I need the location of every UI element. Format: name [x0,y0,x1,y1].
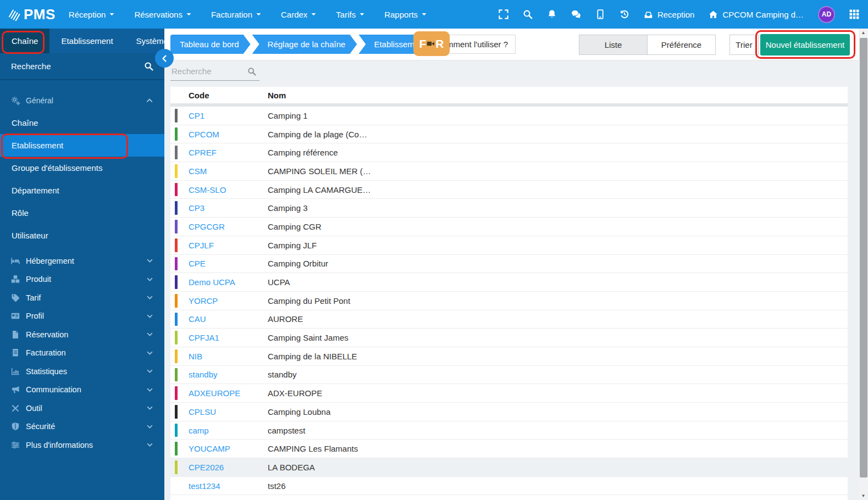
navbar-icon-buttons [499,9,629,19]
chevron-down-icon [146,441,153,448]
table-row[interactable]: CPLSUCamping Loubna [170,403,848,421]
sidebar-section-reservation[interactable]: Réservation [0,325,164,344]
row-code-link[interactable]: CPLSU [189,407,268,416]
scrollbar-thumb[interactable] [860,38,867,477]
table-row[interactable]: YOUCAMPCAMPING Les Flamants [170,440,848,458]
sidebar-item-utilisateur[interactable]: Utilisateur [0,224,164,247]
sidebar-item-etablissement[interactable]: Etablissement [0,134,164,157]
table-row[interactable]: CPE2026LA BODEGA [170,458,848,477]
row-code-link[interactable]: YOUCAMP [189,444,268,453]
sidebar-section-plus-d-informations[interactable]: Plus d'informations [0,436,164,454]
sidebar-section-securite[interactable]: Sécurité [0,418,164,436]
table-row[interactable]: test1234tst26 [170,477,848,496]
apps-grid-icon[interactable] [849,9,859,19]
history-icon[interactable] [620,9,629,19]
row-name: campstest [268,426,305,435]
fullscreen-icon[interactable] [499,9,508,19]
fr-video-badge[interactable]: FR [413,31,450,56]
table-row[interactable]: campcampstest [170,421,848,440]
row-code-link[interactable]: CPGCGR [189,222,268,231]
sidebar-section-outil[interactable]: Outil [0,399,164,418]
nouvel-etablissement-button[interactable]: Nouvel établissement [760,34,850,55]
bell-icon[interactable] [547,9,557,19]
row-code-link[interactable]: YORCP [189,296,268,305]
menu-rapports[interactable]: Rapports [384,10,427,19]
preference-button[interactable]: Préférence [647,35,716,55]
menu-reception[interactable]: Réception [69,10,115,19]
tab-chaine[interactable]: Chaîne [0,29,49,53]
breadcrumb-item-tableau-de-bord[interactable]: Tableau de bord [170,35,251,54]
sidebar-section-facturation[interactable]: Facturation [0,344,164,363]
row-code-link[interactable]: CPE2026 [189,463,268,472]
sidebar-item-role[interactable]: Rôle [0,202,164,224]
search-icon[interactable] [247,67,256,76]
sidebar-section-communication[interactable]: Communication [0,381,164,399]
row-code-link[interactable]: CSM [189,166,268,176]
breadcrumb-item-reglage-de-la-chaine[interactable]: Réglage de la chaîne [252,35,357,54]
row-code-link[interactable]: CPCOM [189,130,268,139]
reception-drawer-button[interactable]: Reception [644,10,695,19]
tab-systeme[interactable]: Système [125,29,180,53]
menu-cardex[interactable]: Cardex [281,10,316,19]
sidebar-item-groupe-d-etablissements[interactable]: Groupe d'établissements [0,157,164,179]
menu-label: Cardex [281,10,307,19]
row-code-link[interactable]: test1234 [189,481,268,491]
row-code-link[interactable]: CPREF [189,148,268,157]
table-row[interactable]: CP1Camping 1 [170,107,848,125]
row-code-link[interactable]: CPJLF [189,241,268,250]
row-code-link[interactable]: CP3 [189,203,268,213]
table-row[interactable]: CSM-SLOCamping LA CAMARGUE… [170,181,848,199]
chat-icon[interactable] [571,9,581,19]
row-code-link[interactable]: CAU [189,314,268,324]
table-row[interactable]: CPFJA1Camping Saint James [170,329,848,347]
sidebar-collapse-button[interactable] [155,49,174,68]
scroll-up-arrow[interactable]: ▲ [859,29,868,37]
table-row[interactable]: CP3Camping 3 [170,199,848,218]
trier-button[interactable]: Trier [729,35,759,55]
menu-tarifs[interactable]: Tarifs [336,10,364,19]
current-property-button[interactable]: CPCOM Camping d… [709,10,804,19]
row-code-link[interactable]: CPE [189,259,268,268]
table-row[interactable]: standbystandby [170,366,848,385]
avatar[interactable]: AD [818,6,835,23]
scroll-down-arrow[interactable]: ▼ [859,492,868,500]
sidebar-section-statistiques[interactable]: Statistiques [0,362,164,381]
row-code-link[interactable]: CP1 [189,111,268,120]
table-row[interactable]: CPGCGRCamping CGR [170,218,848,236]
column-header-code: Code [189,91,268,100]
table-row[interactable]: YORCPCamping du Petit Pont [170,292,848,310]
sidebar-item-chaine[interactable]: Chaîne [0,112,164,134]
table-row[interactable]: CPCOMCamping de la plage (Co… [170,125,848,144]
row-code-link[interactable]: Demo UCPA [189,277,268,287]
sidebar-section-hebergement[interactable]: Hébergement [0,252,164,270]
sidebar-section-general[interactable]: Général [0,90,164,112]
tab-etablissement[interactable]: Etablissement [49,29,124,53]
liste-button[interactable]: Liste [579,35,648,55]
row-code-link[interactable]: ADXEUROPE [189,388,268,398]
tablet-icon[interactable] [595,9,605,19]
row-code-link[interactable]: CSM-SLO [189,185,268,195]
table-row[interactable]: CPECamping Orbitur [170,255,848,274]
table-row[interactable]: NIBCamping de la NIBELLE [170,347,848,366]
table-row[interactable]: Demo UCPAUCPA [170,273,848,292]
table-row[interactable]: CPREFCamping référence [170,143,848,162]
table-row[interactable]: ADXEUROPEADX-EUROPE [170,384,848,403]
menu-facturation[interactable]: Facturation [211,10,261,19]
menu-reservations[interactable]: Réservations [134,10,191,19]
sidebar-item-departement[interactable]: Département [0,179,164,202]
list-search-input[interactable] [170,66,244,76]
pms-logo[interactable]: PMS [0,6,69,23]
sidebar-section-produit[interactable]: Produit [0,270,164,289]
sidebar-search[interactable]: Recherche [0,53,164,80]
row-code-link[interactable]: camp [189,426,268,435]
table-row[interactable]: CSMCAMPING SOLEIL MER (… [170,162,848,181]
row-code-link[interactable]: standby [189,370,268,379]
table-row[interactable]: CAUAURORE [170,310,848,329]
vertical-scrollbar[interactable]: ▲ ▼ [859,29,868,500]
row-code-link[interactable]: CPFJA1 [189,333,268,342]
row-code-link[interactable]: NIB [189,352,268,361]
table-row[interactable]: CPJLFCamping JLF [170,236,848,255]
sidebar-section-profil[interactable]: Profil [0,307,164,326]
sidebar-section-tarif[interactable]: Tarif [0,288,164,307]
search-icon[interactable] [523,9,533,19]
